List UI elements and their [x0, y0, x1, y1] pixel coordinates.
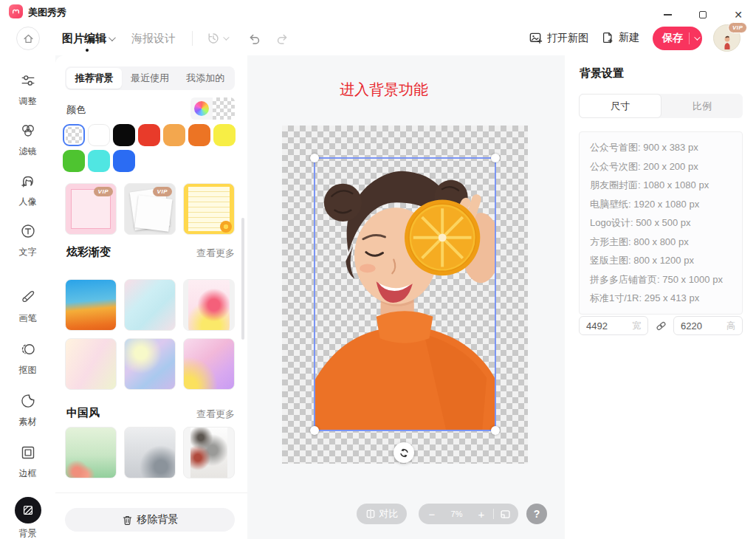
rail-item-sticker[interactable]: 素材 — [0, 393, 55, 428]
fit-screen-button[interactable] — [500, 509, 511, 520]
portrait-icon — [20, 173, 36, 189]
swatch-red[interactable] — [138, 124, 160, 146]
size-preset[interactable]: 公众号首图: 900 x 383 px — [580, 138, 742, 157]
size-preset[interactable]: 朋友圈封面: 1080 x 1080 px — [580, 176, 742, 195]
width-suffix: 宽 — [632, 320, 641, 332]
size-preset[interactable]: 公众号次图: 200 x 200 px — [580, 157, 742, 176]
gradient-thumbnail-5[interactable] — [124, 338, 176, 390]
swatch-blue[interactable] — [113, 150, 135, 172]
open-image-icon — [529, 31, 543, 45]
background-settings-panel: 背景设置 尺寸 比例 公众号首图: 900 x 383 px 公众号次图: 20… — [565, 55, 756, 539]
zoom-in-button[interactable]: + — [475, 509, 487, 520]
tab-my-added[interactable]: 我添加的 — [178, 68, 233, 89]
swatch-cyan[interactable] — [88, 150, 110, 172]
dimension-inputs: 宽 高 — [579, 316, 743, 335]
swatch-white[interactable] — [88, 124, 110, 146]
text-circle-icon — [20, 223, 36, 239]
save-button[interactable]: 保存 — [653, 27, 702, 50]
trash-icon — [122, 515, 133, 526]
size-preset[interactable]: 标准1寸/1R: 295 x 413 px — [580, 289, 742, 308]
see-more-gradient-link[interactable]: 查看更多 — [196, 247, 235, 260]
swatch-transparent[interactable] — [63, 124, 85, 146]
gradient-thumbnail-2[interactable] — [124, 279, 176, 331]
size-preset-list: 公众号首图: 900 x 383 px 公众号次图: 200 x 200 px … — [579, 131, 743, 315]
pattern-thumbnail-note[interactable] — [183, 183, 235, 235]
panel-scrollbar[interactable] — [241, 218, 244, 340]
swatch-light-orange[interactable] — [163, 124, 185, 146]
swatch-black[interactable] — [113, 124, 135, 146]
new-document-button[interactable]: 新建 — [601, 31, 639, 44]
open-new-image-button[interactable]: 打开新图 — [529, 31, 588, 45]
gradient-thumbnail-3[interactable] — [183, 279, 235, 331]
gradient-thumbnail-1[interactable] — [65, 279, 117, 331]
undo-button[interactable] — [247, 32, 261, 46]
redo-button[interactable] — [276, 32, 290, 46]
chevron-down-icon — [109, 34, 116, 41]
zoom-out-button[interactable]: − — [426, 509, 438, 520]
rail-item-background[interactable]: 背景 — [0, 497, 55, 539]
rail-item-text[interactable]: 文字 — [0, 223, 55, 258]
app-title: 美图秀秀 — [28, 6, 66, 19]
chinese-thumbnail-3[interactable] — [183, 427, 235, 478]
pattern-thumbnail-paper[interactable]: VIP — [124, 183, 176, 235]
swatch-green[interactable] — [63, 150, 85, 172]
rail-item-cutout[interactable]: 抠图 — [0, 341, 55, 377]
rail-item-filter[interactable]: 滤镜 — [0, 123, 55, 158]
zoom-control: − 7% + — [419, 504, 518, 524]
gradient-thumbnail-4[interactable] — [65, 338, 117, 390]
swatch-orange[interactable] — [188, 124, 210, 146]
color-picker-chip[interactable] — [190, 97, 235, 120]
resize-handle-bottom-left[interactable] — [310, 426, 319, 435]
rail-item-portrait[interactable]: 人像 — [0, 173, 55, 208]
remove-background-button[interactable]: 移除背景 — [65, 508, 235, 532]
swatch-yellow[interactable] — [213, 124, 236, 146]
tab-recommended-backgrounds[interactable]: 推荐背景 — [66, 68, 122, 89]
size-preset[interactable]: 方形主图: 800 x 800 px — [580, 233, 742, 252]
see-more-chinese-link[interactable]: 查看更多 — [196, 408, 235, 421]
rail-item-frame[interactable]: 边框 — [0, 444, 55, 480]
rail-item-adjust[interactable]: 调整 — [0, 72, 55, 108]
canvas[interactable] — [282, 126, 528, 464]
title-bar: 美图秀秀 ✕ — [0, 0, 756, 22]
close-button[interactable]: ✕ — [726, 7, 750, 23]
zoom-level: 7% — [444, 509, 470, 518]
size-preset[interactable]: 竖版主图: 800 x 1200 px — [580, 251, 742, 270]
size-preset[interactable]: Logo设计: 500 x 500 px — [580, 213, 742, 233]
height-input[interactable] — [681, 320, 719, 332]
resize-handle-top-left[interactable] — [310, 154, 319, 162]
filter-circles-icon — [20, 123, 36, 139]
section-title-chinese-style: 中国风 — [66, 406, 100, 420]
tab-image-edit[interactable]: 图片编辑 — [62, 32, 114, 46]
rail-item-brush[interactable]: 画笔 — [0, 289, 55, 325]
vip-badge: VIP — [728, 22, 747, 33]
link-dimensions-button[interactable] — [648, 320, 673, 332]
tab-size[interactable]: 尺寸 — [579, 94, 662, 118]
history-button[interactable] — [207, 32, 227, 45]
user-avatar[interactable]: VIP — [713, 24, 740, 52]
minimize-button[interactable] — [656, 7, 679, 23]
size-preset[interactable]: 电脑壁纸: 1920 x 1080 px — [580, 195, 742, 214]
cursor-dot — [86, 49, 89, 52]
width-input[interactable] — [586, 320, 625, 332]
pattern-thumbnail-pink[interactable]: VIP — [65, 183, 117, 235]
tab-ratio[interactable]: 比例 — [662, 94, 743, 118]
width-field: 宽 — [579, 316, 648, 335]
chinese-thumbnail-1[interactable] — [65, 427, 117, 478]
rotate-handle[interactable] — [394, 442, 414, 463]
color-wheel-icon — [190, 97, 213, 120]
panel-title: 背景设置 — [580, 66, 624, 80]
sliders-icon — [20, 72, 36, 89]
resize-handle-bottom-right[interactable] — [491, 426, 500, 435]
home-button[interactable] — [16, 27, 40, 50]
compare-button[interactable]: 对比 — [357, 504, 407, 524]
image-selection[interactable] — [314, 157, 496, 431]
chinese-thumbnail-2[interactable] — [124, 427, 176, 478]
resize-handle-top-right[interactable] — [491, 154, 500, 162]
tab-poster-design[interactable]: 海报设计 — [131, 32, 176, 46]
maximize-button[interactable] — [691, 7, 715, 23]
help-button[interactable]: ? — [526, 504, 547, 524]
photo-woman-orange — [315, 159, 495, 430]
gradient-thumbnail-6[interactable] — [183, 338, 235, 390]
size-preset[interactable]: 拼多多店铺首页: 750 x 1000 px — [580, 270, 742, 289]
tab-recently-used[interactable]: 最近使用 — [122, 68, 177, 89]
